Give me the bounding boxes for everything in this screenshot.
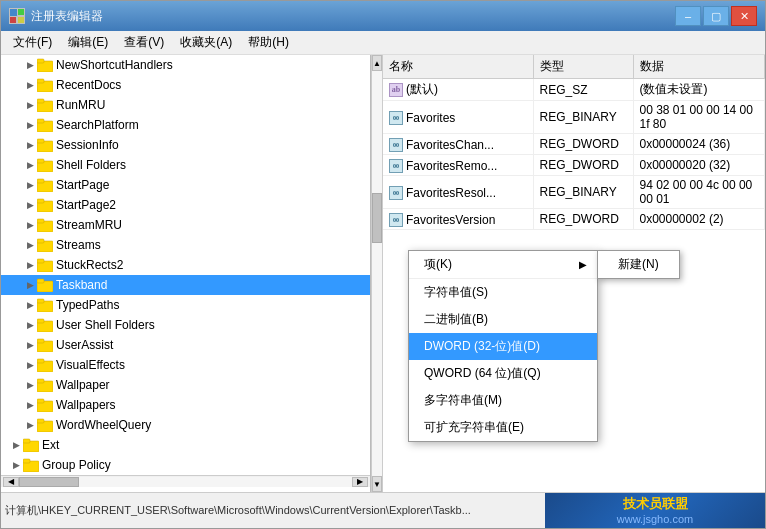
- context-menu-item-xiang[interactable]: 项(K) ▶ 新建(N): [409, 251, 597, 279]
- menu-item-label: 字符串值(S): [424, 285, 488, 299]
- submenu-arrow-icon: ▶: [579, 259, 587, 270]
- tree-label: Taskband: [56, 278, 107, 292]
- tree-label: Wallpapers: [56, 398, 116, 412]
- table-row[interactable]: 00 FavoritesVersion REG_DWORD 0x00000002…: [383, 209, 765, 230]
- svg-rect-21: [37, 219, 44, 223]
- tree-item-visualeffects[interactable]: ▶ VisualEffects: [1, 355, 370, 375]
- tree-label: User Shell Folders: [56, 318, 155, 332]
- tree-item-runmru[interactable]: ▶ RunMRU: [1, 95, 370, 115]
- cell-name: 00 FavoritesResol...: [383, 176, 533, 209]
- tree-item-wallpapers[interactable]: ▶ Wallpapers: [1, 395, 370, 415]
- title-bar: 注册表编辑器 – ▢ ✕: [1, 1, 765, 31]
- expand-icon: ▶: [23, 298, 37, 312]
- table-row[interactable]: 00 FavoritesResol... REG_BINARY 94 02 00…: [383, 176, 765, 209]
- context-menu[interactable]: 项(K) ▶ 新建(N) 字符串值(S) 二进制值(B) D: [408, 250, 598, 442]
- menu-help[interactable]: 帮助(H): [240, 32, 297, 54]
- scroll-thumb[interactable]: [372, 193, 382, 243]
- tree-item-usershellfolders[interactable]: ▶ User Shell Folders: [1, 315, 370, 335]
- close-button[interactable]: ✕: [731, 6, 757, 26]
- tree-label: RunMRU: [56, 98, 105, 112]
- expand-icon: ▶: [23, 258, 37, 272]
- cell-name: 00 FavoritesRemo...: [383, 155, 533, 176]
- tree-label: UserAssist: [56, 338, 113, 352]
- col-header-name: 名称: [383, 55, 533, 79]
- vertical-scrollbar[interactable]: ▲ ▼: [371, 55, 383, 492]
- minimize-button[interactable]: –: [675, 6, 701, 26]
- detail-panel[interactable]: 名称 类型 数据 ab (默认) REG_SZ (数值未设置) 00 Favor…: [383, 55, 765, 492]
- tree-label: Wallpaper: [56, 378, 110, 392]
- menu-item-label: 可扩充字符串值(E): [424, 420, 524, 434]
- tree-label: Shell Folders: [56, 158, 126, 172]
- tree-item-typedpaths[interactable]: ▶ TypedPaths: [1, 295, 370, 315]
- cell-name: ab (默认): [383, 79, 533, 101]
- tree-item-wordwheelquery[interactable]: ▶ WordWheelQuery: [1, 415, 370, 435]
- tree-label: NewShortcutHandlers: [56, 58, 173, 72]
- tree-item-startpage[interactable]: ▶ StartPage: [1, 175, 370, 195]
- scroll-down-arrow[interactable]: ▼: [372, 476, 382, 492]
- tree-item-userassist[interactable]: ▶ UserAssist: [1, 335, 370, 355]
- registry-table: 名称 类型 数据 ab (默认) REG_SZ (数值未设置) 00 Favor…: [383, 55, 765, 230]
- folder-icon: [37, 218, 53, 232]
- cell-type: REG_DWORD: [533, 209, 633, 230]
- folder-icon: [37, 158, 53, 172]
- svg-rect-41: [37, 419, 44, 423]
- context-menu-item-string[interactable]: 字符串值(S): [409, 279, 597, 306]
- tree-label: Streams: [56, 238, 101, 252]
- context-menu-item-multistring[interactable]: 多字符串值(M): [409, 387, 597, 414]
- tree-item-stuckrects2[interactable]: ▶ StuckRects2: [1, 255, 370, 275]
- context-menu-item-binary[interactable]: 二进制值(B): [409, 306, 597, 333]
- col-header-data: 数据: [633, 55, 765, 79]
- context-menu-item-qword[interactable]: QWORD (64 位)值(Q): [409, 360, 597, 387]
- menu-edit[interactable]: 编辑(E): [60, 32, 116, 54]
- tree-panel[interactable]: ▶ NewShortcutHandlers ▶ RecentDocs ▶ Run…: [1, 55, 371, 492]
- tree-item-newshortcuthandlers[interactable]: ▶ NewShortcutHandlers: [1, 55, 370, 75]
- tree-item-ext[interactable]: ▶ Ext: [1, 435, 370, 455]
- tree-item-shellfolders[interactable]: ▶ Shell Folders: [1, 155, 370, 175]
- expand-icon: ▶: [23, 338, 37, 352]
- table-row[interactable]: ab (默认) REG_SZ (数值未设置): [383, 79, 765, 101]
- svg-rect-2: [10, 17, 16, 23]
- menu-file[interactable]: 文件(F): [5, 32, 60, 54]
- tree-label: Ext: [42, 438, 59, 452]
- svg-rect-15: [37, 159, 44, 163]
- tree-item-sessioninfo[interactable]: ▶ SessionInfo: [1, 135, 370, 155]
- svg-rect-45: [23, 459, 30, 463]
- context-menu-item-dword[interactable]: DWORD (32-位)值(D): [409, 333, 597, 360]
- table-row[interactable]: 00 FavoritesChan... REG_DWORD 0x00000024…: [383, 134, 765, 155]
- folder-icon: [37, 358, 53, 372]
- scroll-thumb[interactable]: [19, 477, 79, 487]
- tree-item-grouppolicy[interactable]: ▶ Group Policy: [1, 455, 370, 475]
- menu-view[interactable]: 查看(V): [116, 32, 172, 54]
- scroll-left[interactable]: ◀: [3, 477, 19, 487]
- cell-data: 0x00000020 (32): [633, 155, 765, 176]
- tree-item-wallpaper[interactable]: ▶ Wallpaper: [1, 375, 370, 395]
- tree-item-searchplatform[interactable]: ▶ SearchPlatform: [1, 115, 370, 135]
- table-row[interactable]: 00 Favorites REG_BINARY 00 38 01 00 00 1…: [383, 101, 765, 134]
- folder-icon: [37, 138, 53, 152]
- folder-icon: [37, 258, 53, 272]
- svg-rect-43: [23, 439, 30, 443]
- tree-label: StartPage2: [56, 198, 116, 212]
- tree-item-taskband[interactable]: ▶ Taskband: [1, 275, 370, 295]
- tree-label: StartPage: [56, 178, 109, 192]
- context-menu-item-expandstring[interactable]: 可扩充字符串值(E): [409, 414, 597, 441]
- maximize-button[interactable]: ▢: [703, 6, 729, 26]
- col-header-type: 类型: [533, 55, 633, 79]
- tree-item-streammru[interactable]: ▶ StreamMRU: [1, 215, 370, 235]
- folder-icon: [23, 438, 39, 452]
- submenu-item-new[interactable]: 新建(N): [598, 251, 679, 278]
- horizontal-scrollbar[interactable]: ◀ ▶: [1, 475, 370, 487]
- tree-item-recentdocs[interactable]: ▶ RecentDocs: [1, 75, 370, 95]
- window-controls: – ▢ ✕: [675, 6, 757, 26]
- folder-icon: [37, 278, 53, 292]
- table-row[interactable]: 00 FavoritesRemo... REG_DWORD 0x00000020…: [383, 155, 765, 176]
- folder-icon: [37, 338, 53, 352]
- tree-item-streams[interactable]: ▶ Streams: [1, 235, 370, 255]
- scroll-up-arrow[interactable]: ▲: [372, 55, 382, 71]
- expand-icon: ▶: [9, 438, 23, 452]
- submenu[interactable]: 新建(N): [597, 250, 680, 279]
- scroll-right[interactable]: ▶: [352, 477, 368, 487]
- tree-item-startpage2[interactable]: ▶ StartPage2: [1, 195, 370, 215]
- menu-favorites[interactable]: 收藏夹(A): [172, 32, 240, 54]
- expand-icon: ▶: [23, 58, 37, 72]
